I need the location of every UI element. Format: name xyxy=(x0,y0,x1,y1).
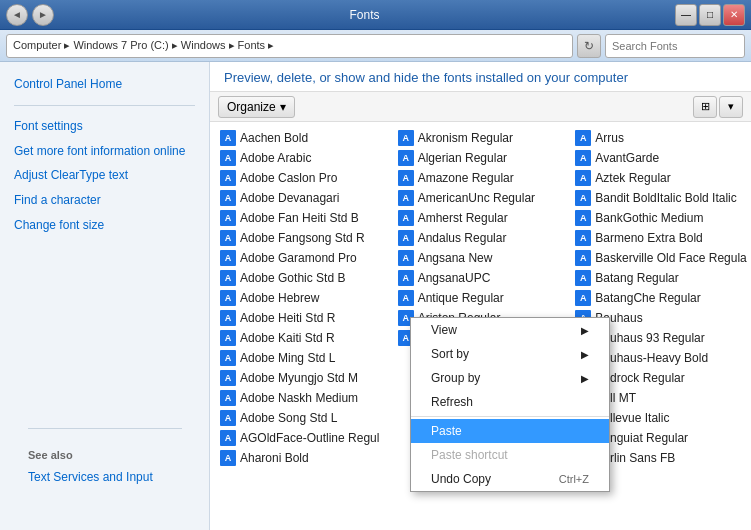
context-menu-item[interactable]: Refresh xyxy=(411,390,609,414)
font-item[interactable]: ABandit BoldItalic Bold Italic xyxy=(569,188,747,208)
font-item[interactable]: AAmericanUnc Regular xyxy=(392,188,570,208)
font-item[interactable]: AAdobe Ming Std L xyxy=(214,348,392,368)
font-name-label: Batang Regular xyxy=(595,271,678,285)
sidebar-change-font-size[interactable]: Change font size xyxy=(0,213,209,238)
content-title: Preview, delete, or show and hide the fo… xyxy=(224,70,737,85)
font-item[interactable]: AAGOldFace-Outline Regul xyxy=(214,428,392,448)
maximize-button[interactable]: □ xyxy=(699,4,721,26)
sidebar-text-services[interactable]: Text Services and Input xyxy=(14,465,196,490)
context-menu-shortcut: Ctrl+Z xyxy=(559,473,589,485)
sidebar-font-settings[interactable]: Font settings xyxy=(0,114,209,139)
sidebar-get-more-font-info[interactable]: Get more font information online xyxy=(0,139,209,164)
context-menu-item[interactable]: Sort by▶ xyxy=(411,342,609,366)
font-item[interactable]: AAlgerian Regular xyxy=(392,148,570,168)
view-arrow-button[interactable]: ▾ xyxy=(719,96,743,118)
toolbar-right: ⊞ ▾ xyxy=(693,96,743,118)
context-menu-item: Paste shortcut xyxy=(411,443,609,467)
font-item[interactable]: AAdobe Myungjo Std M xyxy=(214,368,392,388)
font-item[interactable]: AAmazone Regular xyxy=(392,168,570,188)
context-menu-item-label: Undo Copy xyxy=(431,472,491,486)
font-item[interactable]: AAdobe Gothic Std B xyxy=(214,268,392,288)
font-item[interactable]: AAdobe Devanagari xyxy=(214,188,392,208)
toolbar: Organize ▾ ⊞ ▾ xyxy=(210,92,751,122)
font-item[interactable]: AAdobe Kaiti Std R xyxy=(214,328,392,348)
font-item[interactable]: AAngsanaUPC xyxy=(392,268,570,288)
font-item[interactable]: AAachen Bold xyxy=(214,128,392,148)
font-name-label: Adobe Song Std L xyxy=(240,411,337,425)
context-menu-item[interactable]: View▶ xyxy=(411,318,609,342)
sidebar-see-also: See also xyxy=(14,437,196,465)
font-name-label: Bauhaus 93 Regular xyxy=(595,331,704,345)
content-header: Preview, delete, or show and hide the fo… xyxy=(210,62,751,92)
font-item[interactable]: AAngsana New xyxy=(392,248,570,268)
font-item[interactable]: ABaskerville Old Face Regula xyxy=(569,248,747,268)
font-icon: A xyxy=(575,170,591,186)
font-item[interactable]: AAdobe Fan Heiti Std B xyxy=(214,208,392,228)
breadcrumb[interactable]: Computer ▸ Windows 7 Pro (C:) ▸ Windows … xyxy=(6,34,573,58)
context-menu-item[interactable]: Paste xyxy=(411,419,609,443)
font-name-label: Barmeno Extra Bold xyxy=(595,231,702,245)
font-name-label: Baskerville Old Face Regula xyxy=(595,251,746,265)
minimize-button[interactable]: — xyxy=(675,4,697,26)
font-item[interactable]: AAkronism Regular xyxy=(392,128,570,148)
font-icon: A xyxy=(220,210,236,226)
font-item[interactable]: AAdobe Fangsong Std R xyxy=(214,228,392,248)
context-menu-item[interactable]: Group by▶ xyxy=(411,366,609,390)
font-name-label: Adobe Kaiti Std R xyxy=(240,331,335,345)
font-name-label: Adobe Naskh Medium xyxy=(240,391,358,405)
context-menu-item-label: Sort by xyxy=(431,347,469,361)
font-name-label: Aharoni Bold xyxy=(240,451,309,465)
font-icon: A xyxy=(220,150,236,166)
refresh-button[interactable]: ↻ xyxy=(577,34,601,58)
context-menu-item[interactable]: Undo CopyCtrl+Z xyxy=(411,467,609,491)
sidebar-find-character[interactable]: Find a character xyxy=(0,188,209,213)
font-item[interactable]: AAdobe Arabic xyxy=(214,148,392,168)
font-item[interactable]: AAdobe Naskh Medium xyxy=(214,388,392,408)
font-item[interactable]: AAntique Regular xyxy=(392,288,570,308)
font-icon: A xyxy=(398,210,414,226)
font-name-label: Amazone Regular xyxy=(418,171,514,185)
font-item[interactable]: AAharoni Bold xyxy=(214,448,392,468)
search-input[interactable] xyxy=(605,34,745,58)
font-item[interactable]: AAvantGarde xyxy=(569,148,747,168)
font-item[interactable]: AAndalus Regular xyxy=(392,228,570,248)
font-icon: A xyxy=(220,290,236,306)
font-icon: A xyxy=(220,390,236,406)
font-item[interactable]: ABankGothic Medium xyxy=(569,208,747,228)
font-item[interactable]: AAdobe Garamond Pro xyxy=(214,248,392,268)
font-item[interactable]: ABatang Regular xyxy=(569,268,747,288)
font-icon: A xyxy=(398,150,414,166)
view-button[interactable]: ⊞ xyxy=(693,96,717,118)
font-name-label: Adobe Fan Heiti Std B xyxy=(240,211,359,225)
font-item[interactable]: AAdobe Song Std L xyxy=(214,408,392,428)
font-name-label: Aachen Bold xyxy=(240,131,308,145)
font-icon: A xyxy=(398,250,414,266)
font-icon: A xyxy=(220,450,236,466)
organize-button[interactable]: Organize ▾ xyxy=(218,96,295,118)
font-icon: A xyxy=(398,290,414,306)
font-item[interactable]: AAdobe Hebrew xyxy=(214,288,392,308)
font-item[interactable]: ABarmeno Extra Bold xyxy=(569,228,747,248)
back-button[interactable]: ◄ xyxy=(6,4,28,26)
font-icon: A xyxy=(398,170,414,186)
font-icon: A xyxy=(575,130,591,146)
close-button[interactable]: ✕ xyxy=(723,4,745,26)
font-item[interactable]: AArrus xyxy=(569,128,747,148)
font-name-label: Adobe Garamond Pro xyxy=(240,251,357,265)
sidebar-control-panel-home[interactable]: Control Panel Home xyxy=(0,72,209,97)
font-item[interactable]: AAdobe Caslon Pro xyxy=(214,168,392,188)
context-menu-item-label: Refresh xyxy=(431,395,473,409)
font-name-label: BankGothic Medium xyxy=(595,211,703,225)
font-item[interactable]: AAztek Regular xyxy=(569,168,747,188)
font-icon: A xyxy=(220,310,236,326)
forward-button[interactable]: ► xyxy=(32,4,54,26)
font-name-label: Adobe Devanagari xyxy=(240,191,339,205)
font-name-label: AvantGarde xyxy=(595,151,659,165)
font-icon: A xyxy=(220,410,236,426)
main-layout: Control Panel Home Font settings Get mor… xyxy=(0,62,751,530)
font-item[interactable]: ABatangChe Regular xyxy=(569,288,747,308)
font-icon: A xyxy=(575,210,591,226)
font-item[interactable]: AAdobe Heiti Std R xyxy=(214,308,392,328)
font-item[interactable]: AAmherst Regular xyxy=(392,208,570,228)
sidebar-adjust-cleartype[interactable]: Adjust ClearType text xyxy=(0,163,209,188)
